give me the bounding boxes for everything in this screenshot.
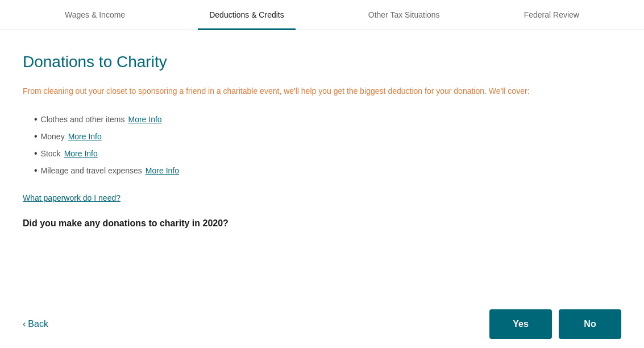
more-info-link-clothes[interactable]: More Info: [128, 115, 161, 124]
action-buttons: Yes No: [489, 309, 621, 339]
bullet-text-stock: Stock: [41, 149, 61, 158]
paperwork-link[interactable]: What paperwork do I need?: [23, 193, 121, 202]
nav-tabs: Wages & Income Deductions & Credits Othe…: [0, 0, 644, 30]
more-info-link-mileage[interactable]: More Info: [146, 166, 179, 175]
bullet-list: Clothes and other items More Info Money …: [34, 111, 546, 179]
tab-wages[interactable]: Wages & Income: [53, 0, 136, 30]
footer: ‹ Back Yes No: [0, 300, 644, 348]
main-content: Donations to Charity From cleaning out y…: [0, 30, 568, 303]
tab-other[interactable]: Other Tax Situations: [357, 0, 451, 30]
tab-deductions[interactable]: Deductions & Credits: [198, 0, 296, 30]
bullet-text-clothes: Clothes and other items: [41, 115, 125, 124]
back-button[interactable]: ‹ Back: [23, 319, 48, 329]
more-info-link-money[interactable]: More Info: [68, 132, 102, 141]
list-item: Money More Info: [34, 128, 546, 145]
tab-federal[interactable]: Federal Review: [513, 0, 591, 30]
description-text: From cleaning out your closet to sponsor…: [23, 85, 546, 97]
page-title: Donations to Charity: [23, 53, 546, 71]
question-text: Did you make any donations to charity in…: [23, 218, 546, 229]
back-label: Back: [28, 319, 48, 329]
bullet-text-mileage: Mileage and travel expenses: [41, 166, 142, 175]
chevron-left-icon: ‹: [23, 319, 26, 329]
no-button[interactable]: No: [559, 309, 621, 339]
list-item: Clothes and other items More Info: [34, 111, 546, 128]
list-item: Stock More Info: [34, 145, 546, 162]
yes-button[interactable]: Yes: [489, 309, 552, 339]
bullet-text-money: Money: [41, 132, 65, 141]
list-item: Mileage and travel expenses More Info: [34, 162, 546, 179]
more-info-link-stock[interactable]: More Info: [64, 149, 98, 158]
